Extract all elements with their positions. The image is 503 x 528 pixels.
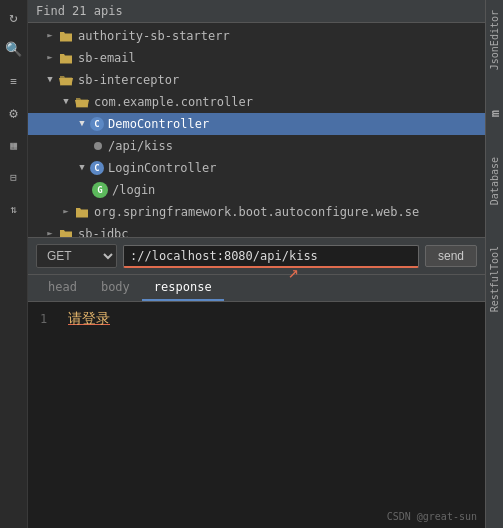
item-label: sb-interceptor (78, 73, 179, 87)
arrow-icon: ► (44, 52, 56, 64)
folder-icon (74, 205, 90, 219)
tree-item-login-controller[interactable]: ▼ C LoginController (28, 157, 485, 179)
arrow-icon: ▼ (76, 118, 88, 130)
item-label: /login (112, 183, 155, 197)
tree-item-org-spring[interactable]: ► org.springframework.boot.autoconfigure… (28, 201, 485, 223)
arrow-icon: ▼ (76, 162, 88, 174)
response-content: 请登录 (68, 310, 110, 328)
tree-item-authority[interactable]: ► authority-sb-starterr (28, 25, 485, 47)
item-label: authority-sb-starterr (78, 29, 230, 43)
response-line-1: 1 请登录 (40, 310, 473, 328)
chart-icon[interactable]: ▦ (5, 136, 23, 154)
footer-text: CSDN @great-sun (387, 511, 477, 522)
sidebar-item-database[interactable]: Database (489, 157, 500, 205)
right-sidebar: JsonEditor m Database RestfulTool (485, 0, 503, 528)
settings-icon[interactable]: ⚙ (5, 104, 23, 122)
tree-item-sb-interceptor[interactable]: ▼ sb-interceptor (28, 69, 485, 91)
filter-icon[interactable]: ≡ (5, 72, 23, 90)
send-button[interactable]: send (425, 245, 477, 267)
tree-item-demo-controller[interactable]: ▼ C DemoController (28, 113, 485, 135)
item-label: org.springframework.boot.autoconfigure.w… (94, 205, 419, 219)
minus-icon[interactable]: ⊟ (5, 168, 23, 186)
refresh-icon[interactable]: ↻ (5, 8, 23, 26)
tree-item-api-kiss[interactable]: /api/kiss (28, 135, 485, 157)
folder-open-icon (58, 73, 74, 87)
class-badge: C (90, 117, 104, 131)
sidebar-item-json-editor[interactable]: JsonEditor (489, 10, 500, 70)
title-text: Find 21 apis (36, 4, 123, 18)
item-label: /api/kiss (108, 139, 173, 153)
response-area: 1 请登录 CSDN @great-sun (28, 302, 485, 528)
tab-response[interactable]: response (142, 275, 224, 301)
folder-icon (58, 51, 74, 65)
method-badge-g: G (92, 182, 108, 198)
tree-item-sb-email[interactable]: ► sb-email (28, 47, 485, 69)
method-select[interactable]: GET POST PUT DELETE (36, 244, 117, 268)
arrow-icon: ► (44, 30, 56, 42)
url-input[interactable] (123, 245, 419, 268)
item-label: sb-jdbc (78, 227, 129, 237)
line-number: 1 (40, 312, 60, 326)
arrow-icon: ► (60, 206, 72, 218)
item-label: sb-email (78, 51, 136, 65)
arrow-icon: ► (44, 228, 56, 237)
item-label: DemoController (108, 117, 209, 131)
tree-item-login-api[interactable]: G /login (28, 179, 485, 201)
tabs-area: head body response (28, 275, 485, 302)
folder-open-icon (74, 95, 90, 109)
folder-icon (58, 29, 74, 43)
class-badge: C (90, 161, 104, 175)
tree-item-sb-jdbc[interactable]: ► sb-jdbc (28, 223, 485, 237)
item-label: com.example.controller (94, 95, 253, 109)
request-bar: GET POST PUT DELETE send ↗ (28, 237, 485, 275)
left-sidebar: ↻ 🔍 ≡ ⚙ ▦ ⊟ ⇅ (0, 0, 28, 528)
arrow-icon: ▼ (44, 74, 56, 86)
tree-area: ► authority-sb-starterr ► sb-email ▼ sb-… (28, 23, 485, 237)
arrow-icon: ▼ (60, 96, 72, 108)
tab-head[interactable]: head (36, 275, 89, 301)
title-bar: Find 21 apis (28, 0, 485, 23)
sidebar-item-restful-tool[interactable]: RestfulTool (489, 246, 500, 312)
main-content: Find 21 apis ► authority-sb-starterr ► s… (28, 0, 485, 528)
sort-icon[interactable]: ⇅ (5, 200, 23, 218)
tree-item-com-example[interactable]: ▼ com.example.controller (28, 91, 485, 113)
sidebar-item-maven[interactable]: m (488, 110, 502, 117)
search-icon[interactable]: 🔍 (5, 40, 23, 58)
tab-body[interactable]: body (89, 275, 142, 301)
item-label: LoginController (108, 161, 216, 175)
api-dot-icon (94, 142, 102, 150)
folder-icon (58, 227, 74, 237)
